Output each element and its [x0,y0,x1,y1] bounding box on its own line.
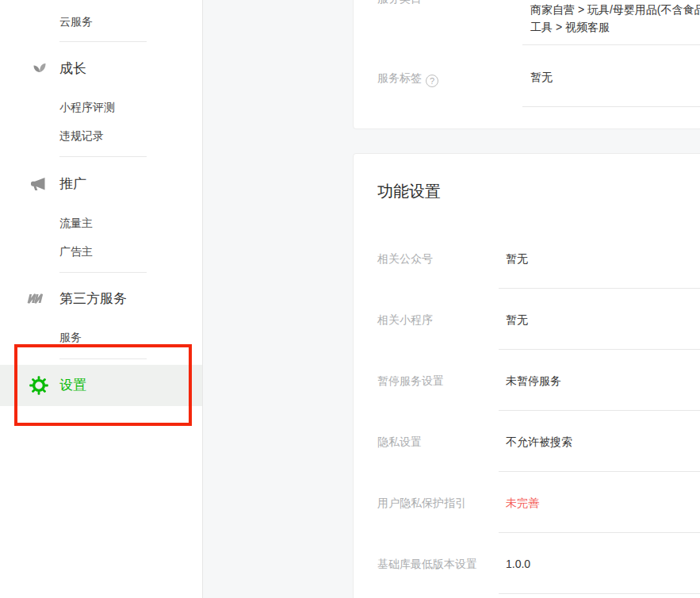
help-icon[interactable]: ? [426,75,438,87]
mini-program-admin-page: 云服务 成长 小程序评测 违规记录 推广 流量主 广告主 [0,0,700,598]
sidebar-divider [59,41,147,42]
user-privacy-guide-label: 用户隐私保护指引 [377,495,466,511]
row-divider [499,410,700,411]
gear-icon [29,376,48,398]
sidebar-divider [59,358,147,359]
pause-service-value: 未暂停服务 [506,373,561,389]
row-divider [499,593,700,594]
privacy-setting-label: 隐私设置 [377,434,422,450]
sidebar-section-growth[interactable]: 成长 [59,59,86,79]
sidebar-item-traffic-owner[interactable]: 流量主 [59,215,93,231]
service-category-line-2: 工具 > 视频客服 [530,18,700,36]
user-privacy-guide-value: 未完善 [506,495,539,511]
row-divider [522,44,700,45]
sidebar-item-cloud-service[interactable]: 云服务 [59,13,93,29]
sidebar-item-service[interactable]: 服务 [59,329,82,345]
service-tag-label: 服务标签? [377,70,438,86]
sidebar: 云服务 成长 小程序评测 违规记录 推广 流量主 广告主 [0,0,203,598]
min-base-library-value: 1.0.0 [506,556,530,572]
sidebar-section-third-party[interactable]: 第三方服务 [59,289,127,309]
sidebar-divider [59,156,147,157]
function-settings-card: 功能设置 相关公众号 暂无 相关小程序 暂无 暂停服务设置 未暂停服务 隐私设置… [353,153,700,598]
row-divider [499,471,700,472]
related-mini-program-label: 相关小程序 [377,312,433,328]
third-party-icon [26,290,45,311]
service-tag-value: 暂无 [530,69,553,85]
related-official-account-value: 暂无 [506,251,528,266]
sidebar-item-advertiser[interactable]: 广告主 [59,243,93,259]
sidebar-item-violation-record[interactable]: 违规记录 [59,128,104,144]
service-category-label: 服务类目 [377,0,422,6]
service-category-line-1: 商家自营 > 玩具/母婴用品(不含食品) [530,1,700,18]
sidebar-item-settings[interactable] [0,365,202,406]
row-divider [499,532,700,533]
sidebar-section-promotion[interactable]: 推广 [59,174,86,194]
row-divider [499,349,700,350]
sprout-icon [32,61,48,80]
pause-service-label: 暂停服务设置 [377,373,444,389]
row-divider [522,106,700,107]
megaphone-icon [29,175,47,196]
privacy-setting-value: 不允许被搜索 [506,434,572,450]
function-settings-title: 功能设置 [377,180,441,202]
row-divider [499,288,700,289]
sidebar-item-settings-label[interactable]: 设置 [59,376,86,395]
basic-info-card: 服务类目 商家自营 > 玩具/母婴用品(不含食品) 工具 > 视频客服 服务标签… [353,0,700,129]
sidebar-item-mini-program-eval[interactable]: 小程序评测 [59,99,115,115]
service-category-value: 商家自营 > 玩具/母婴用品(不含食品) 工具 > 视频客服 [530,1,700,36]
sidebar-divider [59,272,147,273]
related-official-account-label: 相关公众号 [377,251,433,266]
related-mini-program-value: 暂无 [506,312,528,328]
min-base-library-label: 基础库最低版本设置 [377,556,477,572]
